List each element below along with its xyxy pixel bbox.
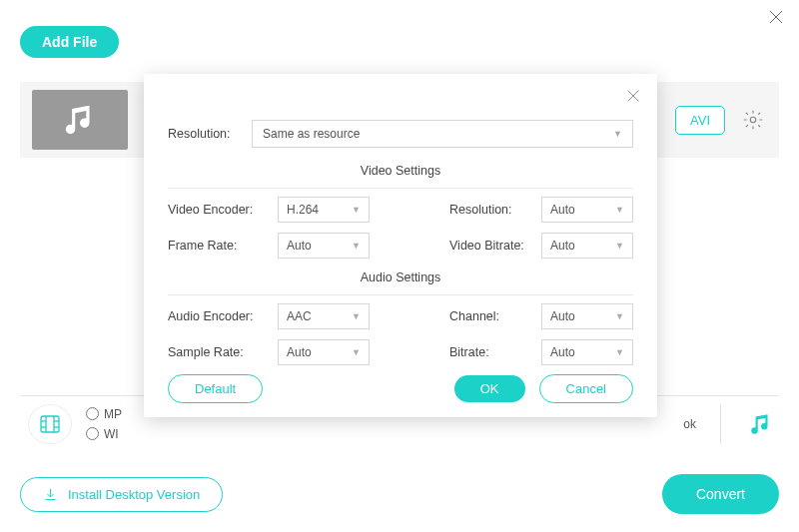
add-file-button[interactable]: Add File [20,26,119,58]
video-settings-header: Video Settings [168,158,633,186]
chevron-down-icon: ▼ [352,241,361,251]
close-icon [625,88,641,104]
chevron-down-icon: ▼ [615,347,624,357]
frame-rate-select[interactable]: Auto▼ [278,233,370,259]
format-button[interactable]: AVI [675,106,725,135]
modal-footer: Default OK Cancel [168,374,633,403]
chevron-down-icon: ▼ [352,311,361,321]
file-thumbnail[interactable] [32,90,128,150]
resolution-top-select[interactable]: Same as resource ▼ [252,120,633,148]
sample-rate-select[interactable]: Auto▼ [278,339,370,365]
cancel-button[interactable]: Cancel [539,374,633,403]
chevron-down-icon: ▼ [615,205,624,215]
output-audio-icon-box[interactable] [743,411,779,437]
chevron-down-icon: ▼ [615,241,624,251]
audio-settings-grid: Audio Encoder: AAC▼ Channel: Auto▼ Sampl… [168,303,633,365]
install-desktop-label: Install Desktop Version [68,487,200,502]
video-bitrate-label: Video Bitrate: [449,239,541,253]
divider [168,188,633,189]
svg-rect-3 [41,416,59,432]
film-icon [38,412,62,436]
resolution-top-label: Resolution: [168,127,252,141]
output-format-radios: MP WI [86,407,122,441]
video-settings-grid: Video Encoder: H.264▼ Resolution: Auto▼ … [168,197,633,259]
divider [168,294,633,295]
radio-option-1[interactable]: MP [86,407,122,421]
settings-modal: Resolution: Same as resource ▼ Video Set… [144,74,657,417]
output-video-icon-box [28,404,72,444]
audio-bitrate-label: Bitrate: [449,345,541,359]
music-note-icon [61,101,99,139]
audio-settings-header: Audio Settings [168,265,633,292]
video-resolution-label: Resolution: [449,203,541,217]
video-bitrate-select[interactable]: Auto▼ [541,233,633,259]
radio-label-2: WI [104,427,119,441]
default-button[interactable]: Default [168,374,263,403]
audio-encoder-label: Audio Encoder: [168,309,278,323]
settings-gear-button[interactable] [739,106,767,134]
video-encoder-label: Video Encoder: [168,203,278,217]
video-encoder-select[interactable]: H.264▼ [278,197,370,223]
chevron-down-icon: ▼ [615,311,624,321]
vertical-divider [720,404,721,444]
channel-select[interactable]: Auto▼ [541,303,633,329]
convert-button[interactable]: Convert [662,474,779,514]
radio-input-2[interactable] [86,427,99,440]
music-note-icon [748,411,774,437]
audio-encoder-select[interactable]: AAC▼ [278,303,370,329]
download-icon [43,487,58,502]
window-close-button[interactable] [765,6,787,28]
gear-icon [742,109,764,131]
chevron-down-icon: ▼ [613,129,622,139]
video-resolution-select[interactable]: Auto▼ [541,197,633,223]
sample-rate-label: Sample Rate: [168,345,278,359]
install-desktop-button[interactable]: Install Desktop Version [20,477,223,512]
svg-point-2 [750,117,756,123]
footer: Install Desktop Version Convert [20,472,779,516]
bottom-text-fragment: ok [683,417,696,431]
audio-bitrate-select[interactable]: Auto▼ [541,339,633,365]
modal-close-button[interactable] [623,86,643,106]
ok-button[interactable]: OK [454,375,525,402]
radio-input-1[interactable] [86,407,99,420]
resolution-top-value: Same as resource [263,127,360,141]
chevron-down-icon: ▼ [352,347,361,357]
radio-option-2[interactable]: WI [86,427,122,441]
frame-rate-label: Frame Rate: [168,239,278,253]
channel-label: Channel: [449,309,541,323]
radio-label-1: MP [104,407,122,421]
chevron-down-icon: ▼ [352,205,361,215]
close-icon [767,8,785,26]
